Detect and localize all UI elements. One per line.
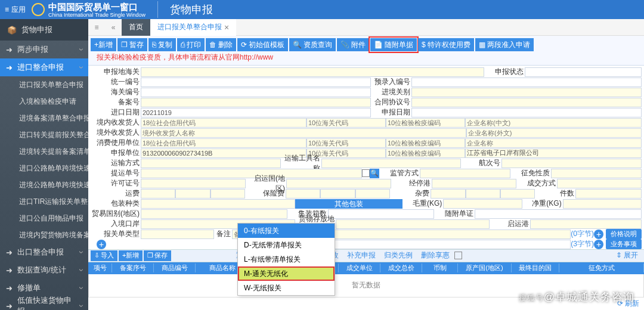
declarant-name[interactable] (465, 148, 642, 158)
add-button[interactable]: +新增 (119, 250, 143, 261)
qual-button[interactable]: 🔍 资质查询 (289, 38, 336, 51)
import-button[interactable]: ⇩ 导入 (91, 250, 117, 261)
close-icon[interactable]: × (224, 23, 229, 32)
dropdown-option[interactable]: 0-有纸报关 (238, 224, 335, 238)
expand-link[interactable]: ⇕ 展开 (612, 250, 642, 261)
sidebar-item-amend[interactable]: ➜ 修撤单 (0, 279, 88, 297)
expand-icon[interactable]: + (594, 240, 603, 249)
supervise[interactable] (420, 169, 510, 178)
misc[interactable] (431, 189, 465, 199)
sidebar-sub[interactable]: 进口公路舱单跨境快速通 (0, 160, 88, 176)
sidebar-sub[interactable]: 进口公自用物品申报 (0, 210, 88, 227)
enduser-customs[interactable] (306, 138, 386, 148)
pre-entry-input[interactable] (411, 78, 642, 87)
net[interactable] (563, 199, 642, 209)
customs-no-input[interactable] (141, 88, 371, 97)
print-button[interactable]: ⎙ 打印 (177, 38, 205, 51)
dropdown-option[interactable]: M-通关无纸化 (238, 266, 335, 281)
attach-button[interactable]: 📎 附件 (337, 38, 369, 51)
voyage[interactable] (501, 159, 642, 168)
enduser-code[interactable] (141, 138, 306, 148)
declare-customs-input[interactable] (141, 67, 484, 77)
contract-input[interactable] (411, 98, 642, 107)
border-input[interactable] (411, 88, 642, 97)
consignee-ciq[interactable] (386, 118, 465, 128)
docs-button[interactable]: 📄 随附单据 (370, 38, 417, 51)
save-button[interactable]: ❐ 暂存 (117, 38, 147, 51)
collapse-icon[interactable]: ≡ (88, 23, 105, 32)
dropdown-option[interactable]: L-有纸带清单报关 (238, 252, 335, 266)
overseas-en[interactable] (466, 128, 642, 138)
container[interactable] (328, 209, 434, 219)
royalty-button[interactable]: $ 特许权使用费 (418, 38, 474, 51)
sidebar-sub[interactable]: 进境公路舱单跨境快速通 (0, 176, 88, 193)
consignee-customs[interactable] (306, 118, 386, 128)
search-icon[interactable]: 🔍 (370, 169, 379, 178)
bill-check[interactable] (362, 169, 370, 177)
consignee-name[interactable] (465, 118, 642, 128)
sidebar-item-lowvalue[interactable]: ➜ 低值快速货物申报 (0, 297, 88, 310)
insurance[interactable] (286, 189, 320, 199)
freight[interactable] (141, 189, 175, 199)
price-note-chip[interactable]: 价格说明 (606, 229, 642, 239)
stop-port[interactable] (432, 179, 516, 188)
unified-no-input[interactable] (141, 78, 371, 87)
declarant-ciq[interactable] (386, 148, 465, 158)
pieces[interactable] (575, 189, 642, 199)
import-date-input[interactable] (141, 108, 371, 117)
copy-button[interactable]: ⎘ 复制 (148, 38, 176, 51)
delete-button[interactable]: 🗑 删除 (206, 38, 236, 51)
record-no-input[interactable] (141, 98, 371, 107)
expand-icon[interactable]: + (594, 230, 603, 239)
add-icon[interactable]: + (97, 240, 106, 249)
grid-check[interactable] (454, 252, 462, 259)
declare-type[interactable] (141, 230, 214, 239)
pack-type[interactable] (141, 199, 295, 209)
other-pack-button[interactable]: 其他包装 (295, 199, 403, 209)
sidebar-sub[interactable]: 进口报关单整合申报 (0, 76, 88, 93)
sidebar-item-twostep[interactable]: ➜ 两步申报 (0, 41, 88, 58)
app-menu[interactable]: ≡ 应用 (5, 5, 26, 15)
precedent-link[interactable]: 归类先例 (380, 250, 416, 261)
transport-mode[interactable] (141, 159, 281, 168)
enduser-ciq[interactable] (386, 138, 465, 148)
new-button[interactable]: +新增 (91, 38, 116, 51)
exemption[interactable] (551, 169, 642, 178)
dropdown-option[interactable]: D-无纸带清单报关 (238, 238, 335, 252)
sidebar-sub[interactable]: 进境备案清单整合申报 (0, 110, 88, 126)
declare-date-input[interactable] (411, 108, 642, 117)
overseas-name[interactable] (141, 128, 466, 138)
sidebar-item-export[interactable]: ➜ 出口整合申报 (0, 243, 88, 261)
transport-name[interactable] (321, 159, 462, 168)
declare-status-input[interactable] (525, 67, 642, 77)
deal-mode[interactable] (557, 179, 642, 188)
biz-item-chip[interactable]: 业务事项 (606, 239, 642, 249)
depart-port[interactable] (530, 219, 642, 229)
twostage-button[interactable]: ▦ 两段准入申请 (475, 38, 534, 51)
sidebar-sub[interactable]: 进境转关提前备案清单整合 (0, 143, 88, 160)
lbl: 保险费 (245, 188, 286, 199)
sidebar-item-query[interactable]: ➜ 数据查询/统计 (0, 261, 88, 279)
tab-home[interactable]: 首页 (122, 19, 150, 36)
sidebar-sub[interactable]: 进口TIR运输报关单整合申报 (0, 193, 88, 210)
trade-country[interactable] (141, 209, 287, 219)
consignee-code[interactable] (141, 118, 306, 128)
sidebar-sub[interactable]: 进境内贸货物跨境备案清单 (0, 227, 88, 243)
enduser-name[interactable] (465, 138, 642, 148)
sidebar-item-import[interactable]: ➜ 进口整合申报 (0, 58, 88, 76)
attach-doc[interactable] (475, 209, 642, 219)
storage[interactable] (336, 219, 490, 229)
depart-country[interactable] (286, 179, 391, 188)
sidebar-sub[interactable]: 进口转关提前报关整合申报 (0, 126, 88, 143)
license[interactable] (141, 179, 246, 188)
suppl-link[interactable]: 补充申报 (343, 250, 379, 261)
savegoods-button[interactable]: ❐ 保存 (144, 250, 171, 261)
tab-declare[interactable]: 进口报关单整合申报 × (150, 19, 236, 36)
sidebar-sub[interactable]: 入境检验检疫申请 (0, 93, 88, 110)
delpref-link[interactable]: 删除享惠 (417, 250, 453, 261)
gross[interactable] (443, 199, 522, 209)
back-icon[interactable]: « (105, 23, 122, 32)
mark[interactable] (295, 240, 571, 249)
template-button[interactable]: ⟳ 初始值模板 (237, 38, 288, 51)
dropdown-option[interactable]: W-无纸报关 (238, 281, 335, 295)
